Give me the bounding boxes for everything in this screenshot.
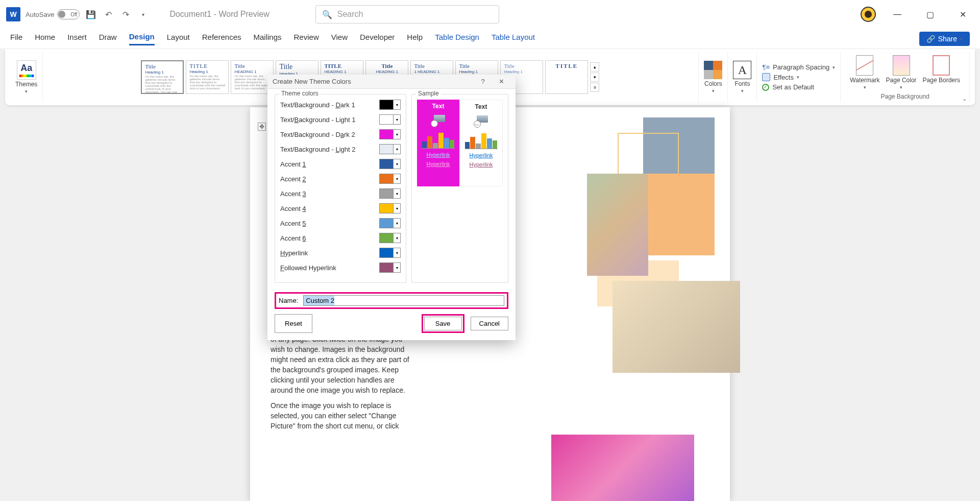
qat-more-icon[interactable]: ▾: [137, 8, 149, 20]
close-button[interactable]: ✕: [951, 7, 974, 22]
tab-table-design[interactable]: Table Design: [435, 33, 479, 44]
color-picker[interactable]: ▾: [379, 174, 401, 184]
dialog-help-button[interactable]: ?: [474, 78, 492, 85]
minimize-button[interactable]: —: [886, 7, 909, 22]
chevron-down-icon[interactable]: ▾: [394, 233, 401, 243]
sample-shape-icon: —: [474, 115, 489, 128]
save-button[interactable]: Save: [424, 317, 462, 330]
tab-file[interactable]: File: [10, 33, 22, 44]
chevron-down-icon: ▾: [25, 89, 28, 94]
color-picker[interactable]: ▾: [379, 248, 401, 258]
chevron-down-icon[interactable]: ▾: [394, 100, 401, 110]
tab-home[interactable]: Home: [35, 33, 55, 44]
gallery-more-icon[interactable]: ≡: [590, 83, 599, 92]
color-label: Hyperlink: [280, 249, 308, 257]
gallery-up-icon[interactable]: ▴: [590, 62, 599, 71]
chevron-down-icon[interactable]: ▾: [394, 159, 401, 169]
search-box[interactable]: 🔍 Search: [315, 5, 499, 23]
page-color-button[interactable]: Page Color▾: [886, 55, 917, 90]
dialog-close-button[interactable]: ✕: [492, 78, 510, 85]
color-picker[interactable]: ▾: [379, 188, 401, 199]
create-theme-colors-dialog: Create New Theme Colors ? ✕ Theme colors…: [267, 75, 516, 340]
undo-icon[interactable]: ↶: [102, 8, 114, 20]
color-row: Accent 3 ▾: [280, 188, 401, 199]
tab-mailings[interactable]: Mailings: [254, 33, 282, 44]
watermark-button[interactable]: Watermark▾: [850, 55, 879, 90]
theme-name-input[interactable]: [303, 295, 504, 306]
paragraph-spacing-icon: ¶≡: [762, 63, 770, 71]
color-label: Accent 6: [280, 234, 306, 242]
redo-icon[interactable]: ↷: [119, 8, 132, 20]
tab-design[interactable]: Design: [129, 32, 155, 45]
page-background-group: Watermark▾ Page Color▾ Page Borders Page…: [841, 52, 970, 102]
color-swatch-icon: [379, 233, 394, 243]
share-button[interactable]: 🔗 Share ▾: [919, 32, 970, 46]
image-placeholder: [612, 281, 740, 373]
color-picker[interactable]: ▾: [379, 144, 401, 154]
color-picker[interactable]: ▾: [379, 263, 401, 273]
tab-developer[interactable]: Developer: [360, 33, 395, 44]
gallery-scroll: ▴ ▾ ≡: [590, 62, 600, 92]
chevron-down-icon[interactable]: ▾: [394, 218, 401, 228]
image-placeholder: [587, 174, 648, 276]
fonts-button[interactable]: A Fonts ▾: [733, 61, 751, 93]
page-color-icon: [893, 55, 910, 76]
user-avatar[interactable]: [861, 7, 876, 22]
chevron-down-icon[interactable]: ▾: [394, 188, 401, 199]
colors-button[interactable]: Colors ▾: [704, 61, 722, 93]
title-bar: W AutoSave Off 💾 ↶ ↷ ▾ Document1 - Word …: [0, 0, 980, 29]
paragraph-spacing-button[interactable]: ¶≡Paragraph Spacing▾: [762, 63, 835, 71]
tab-view[interactable]: View: [331, 33, 348, 44]
gallery-down-icon[interactable]: ▾: [590, 73, 599, 82]
maximize-button[interactable]: ▢: [919, 7, 941, 22]
set-default-button[interactable]: Set as Default: [762, 83, 835, 91]
color-swatch-icon: [379, 174, 394, 184]
ribbon-collapse-icon[interactable]: ⌄: [962, 96, 967, 102]
tab-table-layout[interactable]: Table Layout: [492, 33, 535, 44]
style-thumb[interactable]: TITLE: [545, 60, 588, 94]
tab-help[interactable]: Help: [407, 33, 423, 44]
color-picker[interactable]: ▾: [379, 233, 401, 243]
color-label: Text/Background - Dark 1: [280, 101, 355, 109]
dialog-titlebar[interactable]: Create New Theme Colors ? ✕: [267, 75, 516, 89]
tab-insert[interactable]: Insert: [67, 33, 87, 44]
reset-button[interactable]: Reset: [275, 314, 312, 333]
color-picker[interactable]: ▾: [379, 159, 401, 169]
chevron-down-icon[interactable]: ▾: [394, 114, 401, 125]
effects-button[interactable]: Effects▾: [762, 73, 835, 81]
color-picker[interactable]: ▾: [379, 218, 401, 228]
color-picker[interactable]: ▾: [379, 100, 401, 110]
sample-section: Sample Text — Hyperlink Hyperlink Text —…: [411, 94, 508, 283]
chevron-down-icon[interactable]: ▾: [394, 248, 401, 258]
tab-layout[interactable]: Layout: [167, 33, 190, 44]
colors-group: Colors ▾: [699, 52, 728, 102]
color-picker[interactable]: ▾: [379, 129, 401, 139]
autosave-toggle[interactable]: Off: [57, 9, 80, 19]
style-thumb[interactable]: TITLEHeading 1On the Insert tab, the gal…: [186, 60, 229, 94]
page-borders-button[interactable]: Page Borders: [923, 55, 960, 84]
cancel-button[interactable]: Cancel: [471, 317, 508, 330]
name-row: Name:: [275, 292, 508, 309]
chevron-down-icon[interactable]: ▾: [394, 174, 401, 184]
sample-shape-icon: —: [431, 115, 446, 127]
fonts-group: A Fonts ▾: [728, 52, 757, 102]
tab-draw[interactable]: Draw: [99, 33, 117, 44]
name-label: Name:: [279, 297, 298, 304]
color-swatch-icon: [379, 144, 394, 154]
tab-review[interactable]: Review: [294, 33, 319, 44]
style-thumb[interactable]: TitleHeading 1On the Insert tab, the gal…: [141, 60, 184, 94]
chevron-down-icon[interactable]: ▾: [394, 144, 401, 154]
color-picker[interactable]: ▾: [379, 203, 401, 213]
color-row: Text/Background - Light 1 ▾: [280, 114, 401, 125]
chevron-down-icon[interactable]: ▾: [394, 263, 401, 273]
chevron-down-icon[interactable]: ▾: [394, 129, 401, 139]
save-icon[interactable]: 💾: [85, 8, 97, 20]
color-picker[interactable]: ▾: [379, 114, 401, 125]
page-borders-icon: [933, 55, 950, 76]
autosave-control[interactable]: AutoSave Off: [26, 9, 80, 19]
chevron-down-icon[interactable]: ▾: [394, 203, 401, 213]
word-app-icon: W: [6, 7, 20, 21]
tab-references[interactable]: References: [202, 33, 241, 44]
themes-button[interactable]: Aa Themes ▾: [15, 60, 37, 94]
table-move-handle-icon[interactable]: ✥: [258, 123, 266, 131]
